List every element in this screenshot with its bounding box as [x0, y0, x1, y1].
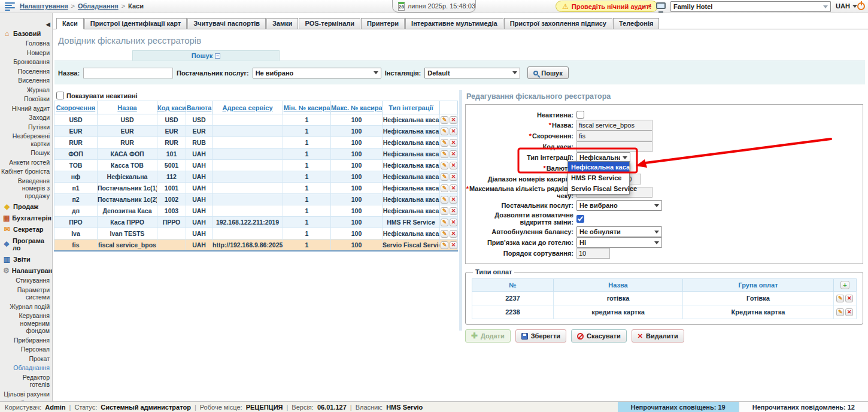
sidebar-item[interactable]: Номери	[0, 49, 52, 58]
edit-icon[interactable]	[836, 308, 844, 316]
delete-button[interactable]: Видалити	[632, 329, 684, 343]
sidebar-item[interactable]: Прибирання	[0, 336, 52, 346]
sidebar-item[interactable]: Редактор готелів	[0, 373, 52, 390]
sidebar-item[interactable]: Цільові рахунки	[0, 390, 52, 399]
column-header[interactable]: Назва	[98, 101, 157, 114]
hotel-select[interactable]: Family Hotel	[670, 1, 831, 12]
sidebar-group[interactable]: ⚙Налаштуван	[0, 265, 52, 276]
sidebar-item[interactable]: Стикування	[0, 276, 52, 286]
edit-icon[interactable]	[441, 173, 448, 181]
tab[interactable]: Замки	[266, 18, 298, 29]
edit-icon[interactable]	[441, 207, 448, 215]
delete-icon[interactable]	[450, 162, 457, 169]
sidebar-group[interactable]: ⌂Базовий	[0, 28, 52, 39]
tab[interactable]: Інтерактивне мультимедіа	[405, 18, 503, 29]
tab[interactable]: Телефонія	[613, 18, 660, 29]
column-header[interactable]: Код каси	[157, 101, 186, 114]
sidebar-item[interactable]: Поселення	[0, 67, 52, 77]
panel-divider[interactable]	[459, 90, 462, 331]
sidebar-group[interactable]: ❖Програма ло	[0, 235, 52, 253]
table-row[interactable]: RURRURRURRUB1100Нефіскальна каса	[54, 137, 458, 149]
payment-row[interactable]: 2238кредитна карткаКредитна картка	[472, 305, 857, 319]
table-row[interactable]: п2Постачальник 1с(2)1002UAH1100Нефіскаль…	[54, 194, 458, 205]
sidebar-item[interactable]: Бронювання	[0, 57, 52, 67]
table-row[interactable]: IvaIvan TESTSUAH1100Нефіскальна каса	[54, 228, 458, 240]
table-row[interactable]: ПРОКаса ПРРОПРРОUAH192.168.122.211:20191…	[54, 217, 458, 228]
column-header[interactable]: Адреса сервісу	[213, 101, 283, 114]
sidebar-item[interactable]: Путівки	[0, 123, 52, 132]
dropdown-option[interactable]: Servio Fiscal Service	[568, 183, 629, 194]
sort-order-field[interactable]	[576, 248, 610, 259]
search-panel-tab[interactable]: Пошук	[132, 50, 280, 60]
sidebar-item[interactable]: Головна	[0, 39, 52, 49]
sidebar-item[interactable]: Незбережені картки	[0, 132, 52, 149]
sidebar-item[interactable]: Параметри системи	[0, 286, 52, 302]
sidebar-item[interactable]: Заходи	[0, 113, 52, 123]
sidebar-item[interactable]: Кабінет броніста	[0, 167, 52, 177]
unread-notifications-badge[interactable]: Непрочитаних сповіщень: 19	[618, 402, 739, 412]
table-row[interactable]: нфНефіскальна112UAH1100Нефіскальна каса	[54, 171, 458, 183]
sidebar-item[interactable]: Пошук	[0, 149, 52, 158]
delete-icon[interactable]	[450, 150, 457, 158]
sidebar-item[interactable]: Виселення	[0, 76, 52, 86]
sidebar-item[interactable]: Покоївки	[0, 95, 52, 104]
edit-icon[interactable]	[441, 162, 448, 169]
unread-messages-badge[interactable]: Непрочитаних повідомлень: 12	[739, 402, 868, 412]
sidebar-collapse-icon[interactable]	[45, 21, 50, 28]
save-button[interactable]: Зберегти	[515, 329, 566, 343]
table-row[interactable]: дпДепозитна Каса1003UAH1100Нефіскальна к…	[54, 205, 458, 217]
delete-icon[interactable]	[450, 173, 457, 181]
dropdown-option[interactable]: HMS FR Service	[568, 172, 629, 183]
sidebar-group[interactable]: ✉Секретар	[0, 223, 52, 235]
delete-icon[interactable]	[845, 308, 853, 316]
code-field[interactable]	[576, 141, 652, 152]
tab[interactable]: Принтери	[361, 18, 405, 29]
table-row[interactable]: USDUSDUSDUSD1100Нефіскальна каса	[54, 114, 458, 126]
edit-icon[interactable]	[441, 184, 448, 192]
delete-icon[interactable]	[450, 128, 457, 135]
delete-icon[interactable]	[450, 139, 457, 147]
delete-icon[interactable]	[845, 295, 853, 302]
table-row[interactable]: ФОПКАСА ФОП101UAH1100Нефіскальна каса	[54, 149, 458, 160]
add-payment-icon[interactable]	[840, 281, 849, 289]
show-inactive-checkbox[interactable]	[56, 92, 64, 99]
edit-icon[interactable]	[441, 230, 448, 238]
sidebar-item[interactable]: Прокат	[0, 355, 52, 364]
tab[interactable]: Каси	[56, 18, 84, 29]
edit-icon[interactable]	[441, 116, 448, 124]
tab[interactable]: Зчитувачі паспортів	[187, 18, 266, 29]
inactive-checkbox[interactable]	[576, 111, 584, 119]
tab[interactable]: Пристрої захоплення підпису	[504, 18, 612, 29]
search-name-input[interactable]	[83, 68, 173, 78]
delete-icon[interactable]	[450, 184, 457, 192]
delete-icon[interactable]	[450, 207, 457, 215]
currency-select[interactable]: UAH	[836, 2, 857, 10]
dropdown-option[interactable]: Нефіскальна каса	[568, 162, 629, 172]
sidebar-item[interactable]: Анкети гостей	[0, 158, 52, 168]
sidebar-item[interactable]: Керування номерним фондом	[0, 311, 52, 336]
sidebar-item[interactable]: Журнал	[0, 86, 52, 95]
delete-icon[interactable]	[450, 241, 457, 249]
delete-icon[interactable]	[450, 219, 457, 226]
search-button[interactable]: Пошук	[527, 66, 568, 79]
sidebar-group[interactable]: ◆Продаж	[0, 201, 52, 212]
column-header[interactable]: Скорочення	[54, 101, 98, 114]
auto-reset-select[interactable]: Не обнуляти	[576, 226, 662, 237]
search-installation-select[interactable]: Default	[424, 68, 520, 78]
edit-icon[interactable]	[441, 196, 448, 204]
breadcrumb-settings[interactable]: Налаштування	[20, 2, 68, 10]
power-icon[interactable]	[857, 2, 865, 10]
sidebar-item[interactable]: Обладнання	[0, 363, 52, 373]
name-field[interactable]	[576, 120, 652, 131]
add-button[interactable]: Додати	[465, 329, 511, 343]
table-row[interactable]: fisfiscal service_bposUAHhttp://192.168.…	[54, 240, 458, 251]
date-display[interactable]: 28 липня 2025р. 15:48:03	[392, 0, 476, 13]
edit-icon[interactable]	[441, 150, 448, 158]
provider-select[interactable]: Не вибрано	[576, 200, 662, 211]
delete-icon[interactable]	[450, 196, 457, 204]
edit-icon[interactable]	[441, 139, 448, 147]
column-header[interactable]: Валюта	[186, 101, 213, 114]
delete-icon[interactable]	[450, 230, 457, 238]
payment-row[interactable]: 2237готівкаГотівка	[472, 292, 857, 305]
cancel-button[interactable]: Скасувати	[571, 329, 627, 343]
